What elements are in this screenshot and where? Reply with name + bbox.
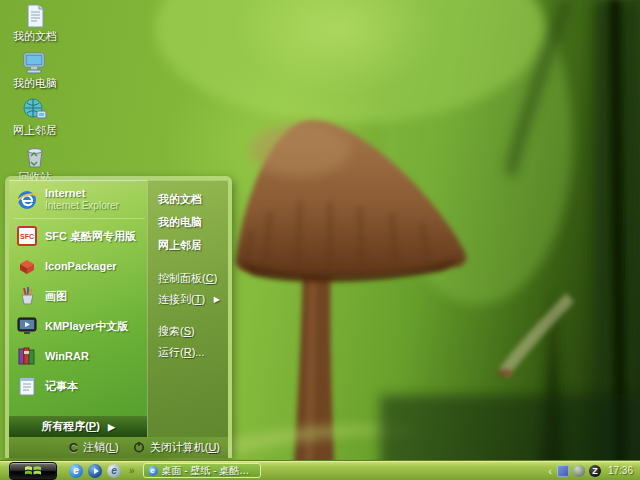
- desktop-icon-label: 网上邻居: [13, 124, 57, 136]
- quicklaunch-overflow-chevron-icon[interactable]: »: [129, 465, 135, 476]
- menu-item-connect-to[interactable]: 连接到(T)▶: [156, 289, 224, 310]
- desktop-icon-my-documents[interactable]: 我的文档: [6, 2, 64, 49]
- submenu-arrow-icon: ▶: [214, 295, 222, 304]
- quicklaunch-browser-icon[interactable]: e: [107, 464, 121, 478]
- menu-item-label: WinRAR: [45, 350, 89, 362]
- menu-item-label: KMPlayer中文版: [45, 320, 128, 332]
- menu-item-my-documents[interactable]: 我的文档: [156, 188, 224, 211]
- quick-launch-bar: e e »: [69, 464, 135, 478]
- desktop-icon-label: 我的文档: [13, 30, 57, 42]
- menu-item-label: 记事本: [45, 380, 78, 392]
- network-places-icon: [20, 96, 50, 124]
- menu-item-label: 我的文档: [158, 192, 202, 207]
- start-menu-panels: Internet Internet Explorer SFC SFC 桌酷网专用…: [9, 180, 228, 437]
- paint-icon: [15, 284, 39, 308]
- taskbar-clock[interactable]: 17:36: [608, 465, 633, 476]
- menu-item-label: 我的电脑: [158, 215, 202, 230]
- my-computer-icon: [20, 49, 50, 77]
- all-programs-button[interactable]: 所有程序(P) ▶: [9, 416, 147, 437]
- menu-item-label: Internet Internet Explorer: [45, 187, 119, 212]
- menu-item-label: 运行(R)...: [158, 345, 204, 360]
- menu-item-sublabel: Internet Explorer: [45, 200, 119, 211]
- menu-item-label: IconPackager: [45, 260, 117, 272]
- menu-item-sfc[interactable]: SFC SFC 桌酷网专用版: [13, 221, 145, 251]
- start-button[interactable]: [9, 462, 57, 480]
- menu-item-paint[interactable]: 画图: [13, 281, 145, 311]
- recycle-bin-icon: [20, 143, 50, 171]
- menu-item-iconpackager[interactable]: IconPackager: [13, 251, 145, 281]
- menu-item-label: 网上邻居: [158, 238, 202, 253]
- system-tray: ‹ Z 17:36: [548, 465, 640, 477]
- desktop-screen: 我的文档 我的电脑 网上邻居 回收站: [0, 0, 640, 480]
- logoff-label: 注销(L): [83, 440, 118, 455]
- logoff-icon: C: [69, 440, 78, 455]
- start-menu-footer: C 注销(L) 关闭计算机(U): [9, 437, 228, 458]
- desktop-icon-my-computer[interactable]: 我的电脑: [6, 49, 64, 96]
- menu-item-network-places[interactable]: 网上邻居: [156, 234, 224, 257]
- menu-item-my-computer[interactable]: 我的电脑: [156, 211, 224, 234]
- quicklaunch-media-player-icon[interactable]: [88, 464, 102, 478]
- start-menu-left-panel: Internet Internet Explorer SFC SFC 桌酷网专用…: [9, 180, 147, 437]
- shutdown-label: 关闭计算机(U): [150, 440, 220, 455]
- windows-flag-icon: [24, 464, 42, 477]
- desktop-icon-network-places[interactable]: 网上邻居: [6, 96, 64, 143]
- kmplayer-icon: [15, 314, 39, 338]
- menu-item-control-panel[interactable]: 控制面板(C): [156, 268, 224, 289]
- menu-item-internet[interactable]: Internet Internet Explorer: [13, 184, 145, 219]
- menu-item-notepad[interactable]: 记事本: [13, 371, 145, 401]
- all-programs-label: 所有程序(P): [41, 419, 100, 434]
- menu-item-label: 搜索(S): [158, 324, 195, 339]
- sfc-icon: SFC: [15, 224, 39, 248]
- menu-item-run[interactable]: 运行(R)...: [156, 342, 224, 363]
- taskbar-task-button[interactable]: e 桌面 - 壁纸 - 桌酷壁...: [143, 463, 261, 478]
- winrar-icon: [15, 344, 39, 368]
- my-documents-icon: [20, 2, 50, 30]
- internet-explorer-icon: e: [148, 466, 158, 476]
- iconpackager-icon: [15, 254, 39, 278]
- tray-utility-icon[interactable]: [573, 465, 585, 477]
- desktop-icon-list: 我的文档 我的电脑 网上邻居 回收站: [6, 2, 64, 190]
- start-menu-right-panel: 我的文档 我的电脑 网上邻居 控制面板(C) 连接到(T)▶ 搜索(S) 运行(…: [147, 180, 228, 437]
- menu-item-kmplayer[interactable]: KMPlayer中文版: [13, 311, 145, 341]
- shutdown-button[interactable]: 关闭计算机(U): [133, 440, 220, 455]
- all-programs-arrow-icon: ▶: [108, 422, 115, 432]
- notepad-icon: [15, 374, 39, 398]
- menu-item-label: SFC 桌酷网专用版: [45, 230, 136, 242]
- start-menu: Internet Internet Explorer SFC SFC 桌酷网专用…: [5, 176, 232, 458]
- logoff-button[interactable]: C 注销(L): [69, 440, 119, 455]
- menu-item-label: 连接到(T): [158, 292, 205, 307]
- tray-z-app-icon[interactable]: Z: [589, 465, 601, 477]
- desktop-icon-label: 我的电脑: [13, 77, 57, 89]
- tray-network-icon[interactable]: [557, 465, 569, 477]
- menu-item-label: 控制面板(C): [158, 271, 217, 286]
- task-button-label: 桌面 - 壁纸 - 桌酷壁...: [162, 464, 256, 478]
- power-icon: [133, 441, 145, 455]
- quicklaunch-ie-icon[interactable]: e: [69, 464, 83, 478]
- menu-item-search[interactable]: 搜索(S): [156, 321, 224, 342]
- internet-explorer-icon: [15, 188, 39, 212]
- menu-item-winrar[interactable]: WinRAR: [13, 341, 145, 371]
- menu-item-label: 画图: [45, 290, 67, 302]
- start-menu-program-list: Internet Internet Explorer SFC SFC 桌酷网专用…: [9, 180, 147, 416]
- tray-collapse-arrow-icon[interactable]: ‹: [548, 465, 552, 477]
- taskbar: e e » e 桌面 - 壁纸 - 桌酷壁... ‹ Z 17:36: [0, 460, 640, 480]
- svg-text:SFC: SFC: [20, 233, 34, 240]
